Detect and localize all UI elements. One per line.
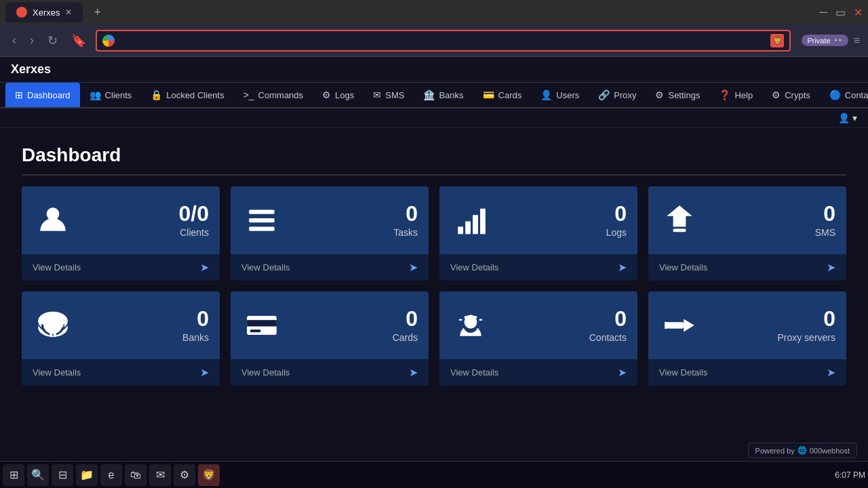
nav-item-sms[interactable]: ✉ SMS xyxy=(363,83,414,107)
nav-item-proxy[interactable]: 🔗 Proxy xyxy=(589,83,646,107)
sms-arrow-icon: ➤ xyxy=(827,261,835,274)
logs-arrow-icon: ➤ xyxy=(618,261,627,274)
nav-item-clients[interactable]: 👥 Clients xyxy=(80,83,142,107)
app-brand-bar: Xerxes xyxy=(0,57,868,83)
contacts-card-info: 0 Contacts xyxy=(502,308,627,343)
nav-label-clients: Clients xyxy=(105,90,132,100)
banks-view-details-text: View Details xyxy=(33,367,81,378)
svg-rect-7 xyxy=(480,209,486,235)
dashboard-nav-icon: ⊞ xyxy=(15,89,23,100)
nav-label-banks: Banks xyxy=(439,90,463,100)
logs-view-details[interactable]: View Details ➤ xyxy=(439,254,637,281)
tab-favicon xyxy=(16,7,27,18)
clients-nav-icon: 👥 xyxy=(90,89,101,100)
nav-item-help[interactable]: ❓ Help xyxy=(709,83,762,107)
nav-item-banks[interactable]: 🏦 Banks xyxy=(414,83,473,107)
nav-item-locked-clients[interactable]: 🔒 Locked Clients xyxy=(141,83,233,107)
tasks-card: 0 Tasks View Details ➤ xyxy=(231,186,429,281)
user-area: 👤 ▾ xyxy=(0,108,868,128)
start-button[interactable]: ⊞ xyxy=(3,464,24,486)
tab-close-btn[interactable]: ✕ xyxy=(65,7,72,17)
nav-item-settings[interactable]: ⚙ Settings xyxy=(646,83,709,107)
file-explorer-taskbar[interactable]: 📁 xyxy=(76,464,98,486)
edge-taskbar[interactable]: e xyxy=(100,464,122,486)
svg-rect-16 xyxy=(50,333,52,337)
logs-card-info: 0 Logs xyxy=(502,203,627,238)
main-content: Dashboard 0/0 Clients View Details ➤ xyxy=(0,128,868,481)
browser-tab-active[interactable]: Xerxes ✕ xyxy=(5,2,83,22)
proxy-servers-card-info: 0 Proxy servers xyxy=(711,308,835,343)
banks-card: 0 Banks View Details ➤ xyxy=(22,291,220,386)
cards-icon xyxy=(241,308,282,342)
user-dropdown[interactable]: 👤 ▾ xyxy=(838,113,857,123)
address-bar[interactable]: 🦁 xyxy=(96,30,791,52)
address-input[interactable] xyxy=(119,35,766,46)
nav-label-users: Users xyxy=(556,90,579,100)
logs-label: Logs xyxy=(502,227,627,238)
tasks-icon xyxy=(241,203,282,237)
banks-arrow-icon: ➤ xyxy=(200,366,209,379)
store-taskbar[interactable]: 🛍 xyxy=(125,464,146,486)
tasks-view-details[interactable]: View Details ➤ xyxy=(231,254,429,281)
sms-nav-icon: ✉ xyxy=(373,89,381,100)
proxy-servers-arrow-icon: ➤ xyxy=(827,366,835,379)
svg-rect-1 xyxy=(249,209,275,214)
nav-item-commands[interactable]: >_ Commands xyxy=(234,83,313,107)
cards-value: 0 xyxy=(293,308,418,329)
minimize-icon[interactable]: ─ xyxy=(820,6,827,18)
powered-by-icon: 🌐 xyxy=(797,446,807,455)
nav-item-dashboard[interactable]: ⊞ Dashboard xyxy=(5,83,80,107)
nav-label-contacts: Contacts xyxy=(845,90,868,100)
banks-nav-icon: 🏦 xyxy=(423,89,435,100)
dashboard-grid: 0/0 Clients View Details ➤ xyxy=(22,186,846,386)
banks-card-info: 0 Banks xyxy=(84,308,209,343)
svg-rect-4 xyxy=(458,226,463,234)
window-controls: ─ ▭ ✕ xyxy=(817,6,863,19)
brave-shield-icon[interactable]: 🦁 xyxy=(770,34,784,47)
mail-taskbar[interactable]: ✉ xyxy=(149,464,171,486)
svg-marker-29 xyxy=(684,319,694,332)
banks-view-details[interactable]: View Details ➤ xyxy=(22,359,220,386)
taskbar-clock: 6:07 PM xyxy=(835,470,865,480)
task-view-button[interactable]: ⊟ xyxy=(52,464,73,486)
cards-view-details[interactable]: View Details ➤ xyxy=(231,359,429,386)
back-button[interactable]: ‹ xyxy=(8,30,20,50)
new-tab-button[interactable]: + xyxy=(88,3,106,22)
logs-nav-icon: ⚙ xyxy=(322,89,331,100)
taskbar: ⊞ 🔍 ⊟ 📁 e 🛍 ✉ ⚙ 🦁 6:07 PM xyxy=(0,461,868,488)
logs-card-top: 0 Logs xyxy=(439,186,637,254)
nav-item-users[interactable]: 👤 Users xyxy=(531,83,589,107)
reload-button[interactable]: ↻ xyxy=(43,30,62,51)
clients-view-details[interactable]: View Details ➤ xyxy=(22,254,220,281)
nav-item-cards[interactable]: 💳 Cards xyxy=(473,83,532,107)
nav-item-logs[interactable]: ⚙ Logs xyxy=(313,83,363,107)
contacts-card: 0 Contacts View Details ➤ xyxy=(439,291,637,386)
browser-toolbar: ‹ › ↻ 🔖 🦁 Private 👓 ≡ xyxy=(0,24,868,57)
bookmark-button[interactable]: 🔖 xyxy=(67,30,90,51)
contacts-view-details[interactable]: View Details ➤ xyxy=(439,359,637,386)
powered-by-provider: 000webhost xyxy=(810,447,850,455)
proxy-servers-icon xyxy=(659,308,700,342)
settings-taskbar[interactable]: ⚙ xyxy=(174,464,195,486)
svg-rect-21 xyxy=(250,329,261,332)
forward-button[interactable]: › xyxy=(26,30,38,50)
private-label: Private xyxy=(807,37,830,45)
logs-value: 0 xyxy=(502,203,627,224)
nav-item-crypts[interactable]: ⚙ Crypts xyxy=(762,83,820,107)
sms-icon xyxy=(659,203,700,237)
proxy-servers-view-details[interactable]: View Details ➤ xyxy=(648,359,846,386)
tasks-card-top: 0 Tasks xyxy=(231,186,429,254)
nav-item-contacts[interactable]: 🔵 Contacts xyxy=(820,83,868,107)
contacts-value: 0 xyxy=(502,308,627,329)
nav-label-cards: Cards xyxy=(498,90,522,100)
sms-view-details[interactable]: View Details ➤ xyxy=(648,254,846,281)
maximize-icon[interactable]: ▭ xyxy=(835,6,846,19)
logs-view-details-text: View Details xyxy=(450,262,498,272)
search-taskbar-button[interactable]: 🔍 xyxy=(27,464,49,486)
svg-rect-26 xyxy=(459,319,462,321)
menu-button[interactable]: ≡ xyxy=(854,35,860,47)
proxy-servers-card: 0 Proxy servers View Details ➤ xyxy=(648,291,846,386)
brave-taskbar[interactable]: 🦁 xyxy=(198,464,220,486)
close-icon[interactable]: ✕ xyxy=(854,6,863,19)
nav-label-sms: SMS xyxy=(385,90,404,100)
